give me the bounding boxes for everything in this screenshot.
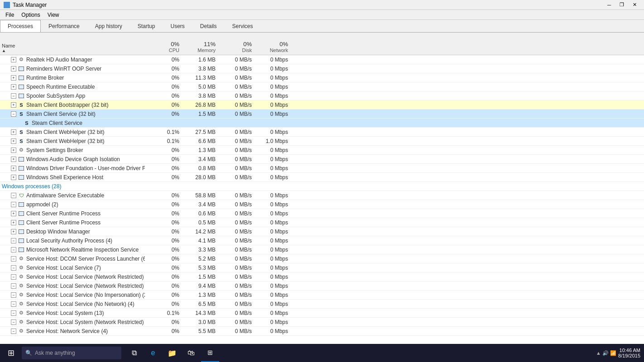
table-row[interactable]: + Client Server Runtime Process 0% 0.5 M… xyxy=(0,218,644,227)
collapse-btn[interactable]: − xyxy=(11,329,16,334)
network-value: 0 Mbps xyxy=(254,237,290,244)
menu-options[interactable]: Options xyxy=(18,10,43,19)
expand-btn[interactable]: + xyxy=(11,75,16,81)
collapse-btn[interactable]: − xyxy=(11,202,16,207)
table-row[interactable]: + Reminders WinRT OOP Server 0% 3.8 MB 0… xyxy=(0,64,644,73)
col-memory[interactable]: 11% Memory xyxy=(181,40,217,54)
collapse-btn[interactable]: − xyxy=(11,292,16,298)
table-row[interactable]: − S Steam Client Service (32 bit) 0% 1.5… xyxy=(0,110,644,119)
table-row[interactable]: − ⚙ Service Host: Local Service (No Netw… xyxy=(0,300,644,309)
cpu-value: 0% xyxy=(145,92,181,100)
collapse-btn[interactable]: − xyxy=(11,111,16,117)
tab-startup[interactable]: Startup xyxy=(130,20,163,32)
taskbar-app-active[interactable]: ⊞ xyxy=(201,344,219,362)
start-button[interactable]: ⊞ xyxy=(0,344,22,362)
process-name: − ⚙ Service Host: Local System (Network … xyxy=(0,319,145,326)
tab-users[interactable]: Users xyxy=(163,20,192,32)
tab-app-history[interactable]: App history xyxy=(87,20,130,32)
collapse-btn[interactable]: − xyxy=(11,301,16,307)
tab-details[interactable]: Details xyxy=(192,20,225,32)
table-row[interactable]: − ⚙ Service Host: Local System (Network … xyxy=(0,318,644,327)
minimize-button[interactable]: ─ xyxy=(603,0,615,10)
table-row[interactable]: + Windows Driver Foundation - User-mode … xyxy=(0,164,644,173)
taskbar-app-view[interactable]: ⧉ xyxy=(125,344,143,362)
menu-file[interactable]: File xyxy=(2,10,18,19)
table-row[interactable]: − Spooler SubSystem App 0% 3.8 MB 0 MB/s… xyxy=(0,91,644,100)
table-row[interactable]: + S Steam Client Bootstrapper (32 bit) 0… xyxy=(0,100,644,110)
collapse-btn[interactable]: − xyxy=(11,247,16,252)
collapse-btn[interactable]: − xyxy=(11,265,16,271)
network-value: 0 Mbps xyxy=(254,147,290,154)
tab-processes[interactable]: Processes xyxy=(0,20,41,32)
expand-btn[interactable]: + xyxy=(11,57,16,62)
table-row[interactable]: + Desktop Window Manager 0% 14.2 MB 0 MB… xyxy=(0,227,644,236)
menu-view[interactable]: View xyxy=(44,10,63,19)
process-icon: ⚙ xyxy=(18,57,24,63)
memory-value: 0.8 MB xyxy=(181,165,217,172)
table-row[interactable]: − Local Security Authority Process (4) 0… xyxy=(0,236,644,245)
col-disk[interactable]: 0% Disk xyxy=(217,40,254,54)
table-row[interactable]: − appmodel (2) 0% 3.4 MB 0 MB/s 0 Mbps xyxy=(0,200,644,209)
table-row[interactable]: + Client Server Runtime Process 0% 0.6 M… xyxy=(0,209,644,218)
table-row[interactable]: + Windows Shell Experience Host 0% 28.0 … xyxy=(0,173,644,182)
expand-btn[interactable]: + xyxy=(11,220,16,225)
cpu-value: 0% xyxy=(145,101,181,109)
table-row[interactable]: − ⚙ Service Host: Local System (13) 0.1%… xyxy=(0,309,644,318)
table-row[interactable]: − ⚙ Service Host: Local Service (No Impe… xyxy=(0,291,644,300)
expand-btn[interactable]: + xyxy=(11,102,16,108)
table-row[interactable]: + Speech Runtime Executable 0% 5.0 MB 0 … xyxy=(0,82,644,91)
expand-btn[interactable]: + xyxy=(11,175,16,180)
expand-btn[interactable]: + xyxy=(11,166,16,171)
expand-btn[interactable]: + xyxy=(11,84,16,90)
expand-btn[interactable]: + xyxy=(11,157,16,162)
table-row[interactable]: + S Steam Client WebHelper (32 bit) 0.1%… xyxy=(0,137,644,146)
process-icon: ⚙ xyxy=(18,301,24,307)
close-button[interactable]: ✕ xyxy=(629,0,640,10)
table-row[interactable]: − ⚙ Service Host: DCOM Server Process La… xyxy=(0,254,644,263)
table-row[interactable]: − 🛡 Antimalware Service Executable 0% 58… xyxy=(0,191,644,200)
expand-btn[interactable]: + xyxy=(11,138,16,144)
col-cpu[interactable]: 0% CPU xyxy=(145,40,181,54)
memory-value: 6.5 MB xyxy=(181,300,217,308)
memory-percent: 11% xyxy=(204,41,216,48)
table-row[interactable]: + S Steam Client WebHelper (32 bit) 0.1%… xyxy=(0,128,644,137)
tab-services[interactable]: Services xyxy=(225,20,261,32)
col-network[interactable]: 0% Network xyxy=(254,40,290,54)
table-row[interactable]: − ⚙ Service Host: Local Service (Network… xyxy=(0,281,644,291)
collapse-btn[interactable]: − xyxy=(11,93,16,99)
collapse-btn[interactable]: − xyxy=(11,310,16,316)
table-row[interactable]: − ⚙ Service Host: Local Service (Network… xyxy=(0,272,644,281)
taskbar-icons: ⧉ e 📁 🛍 ⊞ xyxy=(125,344,219,362)
table-row[interactable]: + Windows Audio Device Graph Isolation 0… xyxy=(0,155,644,164)
table-body[interactable]: + ⚙ Realtek HD Audio Manager 0% 1.6 MB 0… xyxy=(0,55,644,358)
table-row[interactable]: + ⚙ System Settings Broker 0% 1.3 MB 0 M… xyxy=(0,146,644,155)
expand-btn[interactable]: + xyxy=(11,229,16,234)
disk-value: 0 MB/s xyxy=(217,228,254,235)
restore-button[interactable]: ❐ xyxy=(616,0,628,10)
taskbar-search[interactable]: 🔍 Ask me anything xyxy=(22,347,121,359)
collapse-btn[interactable]: − xyxy=(11,319,16,325)
expand-btn[interactable]: + xyxy=(11,148,16,153)
expand-btn[interactable]: + xyxy=(11,66,16,71)
expand-btn[interactable]: + xyxy=(11,129,16,135)
collapse-btn[interactable]: − xyxy=(11,193,16,198)
network-value: 0 Mbps xyxy=(254,210,290,217)
cpu-label: CPU xyxy=(169,48,179,53)
collapse-btn[interactable]: − xyxy=(11,238,16,243)
table-row[interactable]: − Microsoft Network Realtime Inspection … xyxy=(0,245,644,254)
tab-performance[interactable]: Performance xyxy=(41,20,87,32)
taskbar-app-folder[interactable]: 📁 xyxy=(163,344,181,362)
collapse-btn[interactable]: − xyxy=(11,283,16,289)
taskbar-app-store[interactable]: 🛍 xyxy=(182,344,200,362)
table-row[interactable]: − ⚙ Service Host: Local Service (7) 0% 5… xyxy=(0,263,644,272)
collapse-btn[interactable]: − xyxy=(11,256,16,262)
taskbar-app-edge[interactable]: e xyxy=(144,344,162,362)
expand-btn[interactable]: + xyxy=(11,211,16,216)
table-row[interactable]: − ⚙ Service Host: Network Service (4) 0%… xyxy=(0,327,644,336)
col-name[interactable]: Name ▲ xyxy=(0,42,145,54)
table-row[interactable]: + Runtime Broker 0% 11.3 MB 0 MB/s 0 Mbp… xyxy=(0,73,644,82)
table-row[interactable]: S Steam Client Service xyxy=(0,119,644,128)
collapse-btn[interactable]: − xyxy=(11,274,16,280)
table-row[interactable]: + ⚙ Realtek HD Audio Manager 0% 1.6 MB 0… xyxy=(0,55,644,64)
disk-label: Disk xyxy=(242,48,252,53)
